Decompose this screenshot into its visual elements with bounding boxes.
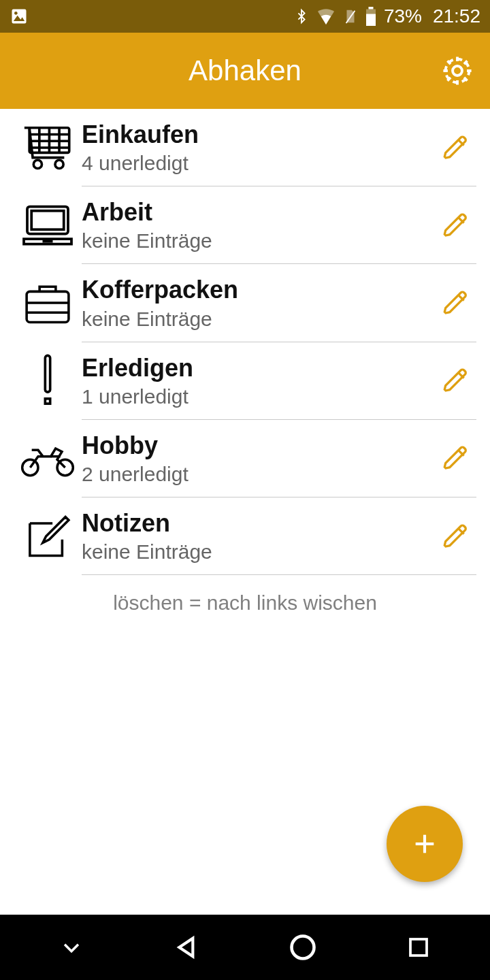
edit-button[interactable] [436,444,476,472]
plus-icon [411,830,438,858]
svg-rect-39 [410,939,427,956]
list-item-title: Notizen [82,508,436,538]
gear-icon [440,53,475,88]
svg-rect-0 [12,10,27,24]
svg-point-17 [55,160,63,168]
edit-button[interactable] [436,523,476,550]
svg-rect-23 [27,291,69,322]
list-item-subtitle: keine Einträge [82,540,436,564]
list-item-kofferpacken[interactable]: Kofferpacken keine Einträge [0,264,490,341]
clock-text: 21:52 [433,5,480,27]
svg-point-2 [14,12,18,15]
nav-back-button[interactable] [167,927,208,968]
exclamation-icon [14,354,82,407]
nav-keyboard-down[interactable] [51,927,92,968]
list-item-title: Erledigen [82,353,436,382]
laptop-icon [14,201,82,249]
sim-icon [343,7,358,26]
pencil-icon [442,289,470,316]
pencil-icon [442,523,470,550]
list-item-title: Hobby [82,431,436,460]
svg-point-7 [453,66,462,76]
svg-rect-28 [45,399,50,404]
note-icon [14,510,82,562]
battery-icon [365,7,377,26]
svg-point-38 [292,936,314,959]
status-bar: 73% 21:52 [0,0,490,33]
svg-point-16 [33,160,42,168]
pencil-icon [442,212,470,239]
svg-rect-6 [366,14,376,27]
add-list-button[interactable] [387,806,463,882]
edit-button[interactable] [436,212,476,239]
motorcycle-icon [14,438,82,478]
swipe-hint: löschen = nach links wischen [0,575,490,631]
list-item-einkaufen[interactable]: Einkaufen 4 unerledigt [0,109,490,186]
list-item-subtitle: keine Einträge [82,229,436,252]
bluetooth-icon [294,7,309,26]
list-item-hobby[interactable]: Hobby 2 unerledigt [0,420,490,497]
list-item-title: Kofferpacken [82,275,436,304]
svg-marker-37 [179,938,193,957]
cart-icon [14,124,82,172]
pencil-icon [442,444,470,472]
list-item-subtitle: 2 unerledigt [82,463,436,486]
picture-icon [10,7,29,26]
edit-button[interactable] [436,367,476,394]
nav-recent-button[interactable] [398,927,439,968]
list-item-erledigen[interactable]: Erledigen 1 unerledigt [0,342,490,419]
pencil-icon [442,134,470,161]
list-item-notizen[interactable]: Notizen keine Einträge [0,497,490,574]
wifi-icon [316,8,336,24]
list-item-title: Einkaufen [82,120,436,149]
system-nav-bar [0,915,490,980]
suitcase-icon [14,279,82,327]
app-bar: Abhaken [0,33,490,109]
category-list: Einkaufen 4 unerledigt Arbeit keine Eint… [0,109,490,631]
list-item-arbeit[interactable]: Arbeit keine Einträge [0,186,490,263]
list-item-title: Arbeit [82,197,436,227]
edit-button[interactable] [436,134,476,161]
battery-text: 73% [384,5,422,27]
edit-button[interactable] [436,289,476,316]
svg-rect-27 [45,356,50,393]
pencil-icon [442,367,470,394]
list-item-subtitle: 1 unerledigt [82,385,436,408]
list-item-subtitle: 4 unerledigt [82,152,436,175]
list-item-subtitle: keine Einträge [82,308,436,331]
nav-home-button[interactable] [282,927,323,968]
svg-rect-4 [368,7,373,10]
app-title: Abhaken [189,54,301,87]
svg-rect-20 [31,211,64,230]
settings-button[interactable] [438,52,476,90]
